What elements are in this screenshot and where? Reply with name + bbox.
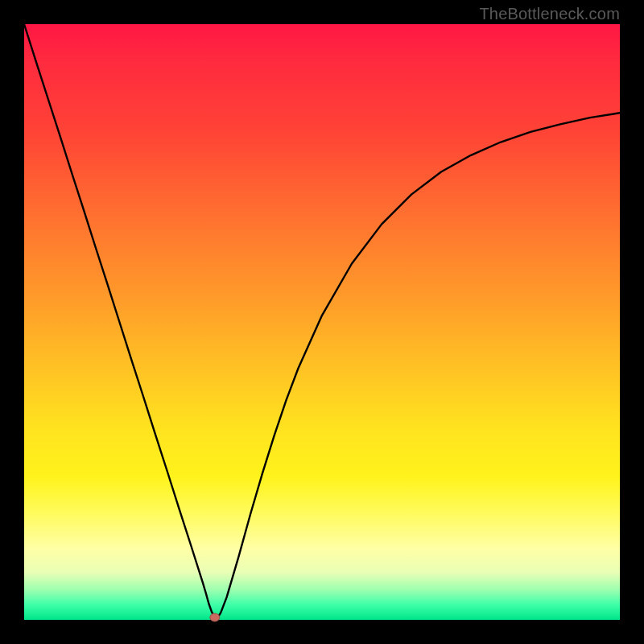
chart-frame: TheBottleneck.com bbox=[0, 0, 644, 644]
plot-area bbox=[24, 24, 620, 620]
bottleneck-curve bbox=[24, 24, 620, 617]
bottleneck-curve-svg bbox=[24, 24, 620, 620]
optimum-marker bbox=[210, 613, 220, 621]
watermark-label: TheBottleneck.com bbox=[479, 5, 620, 23]
